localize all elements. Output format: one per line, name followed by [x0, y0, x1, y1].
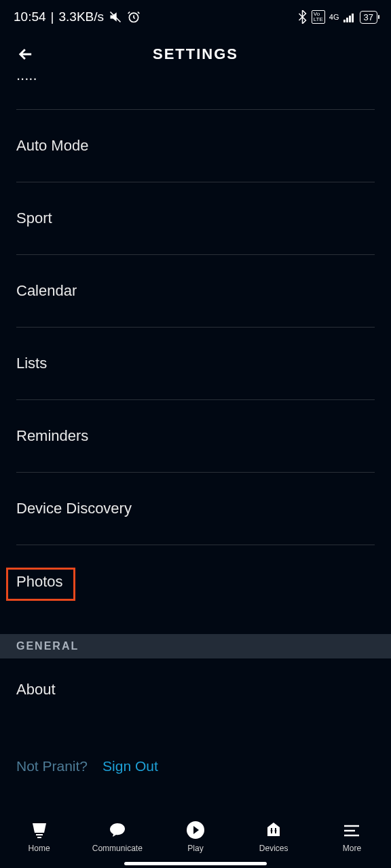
nav-label: Play	[187, 844, 203, 853]
signout-row: Not Pranit? Sign Out	[16, 758, 375, 774]
play-icon	[185, 821, 206, 840]
nav-home[interactable]: Home	[0, 821, 78, 853]
status-right: VoLTE 4G 37	[297, 10, 377, 24]
settings-item-label: Lists	[16, 355, 47, 372]
devices-icon	[263, 821, 284, 840]
settings-item-label: .....	[16, 75, 37, 84]
home-indicator[interactable]	[124, 862, 267, 865]
svg-rect-6	[36, 834, 43, 835]
svg-rect-11	[271, 828, 272, 833]
bottom-nav: Home Communicate Play Devi	[0, 800, 391, 868]
svg-rect-2	[343, 20, 346, 22]
home-icon	[29, 821, 50, 840]
settings-item-reminders[interactable]: Reminders	[16, 400, 375, 473]
settings-item-label: Auto Mode	[16, 137, 88, 155]
app-header: SETTINGS	[0, 34, 391, 75]
nav-label: Home	[29, 844, 50, 853]
volte-icon: VoLTE	[312, 10, 325, 24]
not-user-link[interactable]: Not Pranit?	[16, 758, 88, 774]
status-divider: |	[51, 9, 54, 24]
communicate-icon	[107, 821, 128, 840]
settings-item-partial[interactable]: .....	[16, 75, 375, 110]
svg-rect-3	[346, 18, 348, 22]
nav-label: Communicate	[92, 844, 143, 853]
signal-icon	[343, 12, 356, 22]
status-time: 10:54	[14, 9, 46, 24]
settings-item-label: Photos	[16, 573, 63, 591]
nav-communicate[interactable]: Communicate	[78, 821, 156, 853]
svg-rect-7	[37, 837, 41, 838]
battery-icon: 37	[360, 11, 377, 24]
settings-item-photos[interactable]: Photos	[16, 545, 375, 618]
back-arrow-icon[interactable]	[16, 45, 35, 64]
settings-item-label: Device Discovery	[16, 500, 132, 517]
settings-item-device-discovery[interactable]: Device Discovery	[16, 473, 375, 545]
mute-icon	[109, 10, 122, 24]
battery-pct: 37	[364, 12, 373, 22]
nav-more[interactable]: More	[313, 821, 391, 853]
nav-label: Devices	[259, 844, 288, 853]
more-icon	[341, 821, 362, 840]
svg-rect-4	[349, 16, 351, 22]
status-speed: 3.3KB/s	[58, 9, 104, 24]
bluetooth-icon	[297, 10, 308, 24]
nav-devices[interactable]: Devices	[235, 821, 313, 853]
settings-content: ..... Auto Mode Sport Calendar Lists Rem…	[0, 75, 391, 800]
sign-out-link[interactable]: Sign Out	[103, 758, 158, 774]
settings-item-label: Calendar	[16, 282, 77, 300]
svg-rect-12	[275, 828, 276, 833]
section-header-general: GENERAL	[0, 634, 391, 658]
settings-item-label: Sport	[16, 210, 52, 227]
svg-rect-5	[352, 14, 354, 22]
settings-item-sport[interactable]: Sport	[16, 182, 375, 255]
settings-item-label: About	[16, 681, 56, 698]
nav-label: More	[343, 844, 361, 853]
settings-item-about[interactable]: About	[16, 658, 375, 721]
network-4g: 4G	[329, 14, 339, 21]
nav-play[interactable]: Play	[156, 821, 234, 853]
settings-item-lists[interactable]: Lists	[16, 328, 375, 400]
alarm-icon	[127, 10, 141, 24]
status-bar: 10:54 | 3.3KB/s VoLTE 4G	[0, 0, 391, 34]
settings-item-label: Reminders	[16, 427, 88, 445]
status-left: 10:54 | 3.3KB/s	[14, 9, 141, 24]
settings-item-auto-mode[interactable]: Auto Mode	[16, 110, 375, 182]
page-title: SETTINGS	[16, 45, 375, 63]
settings-item-calendar[interactable]: Calendar	[16, 255, 375, 328]
